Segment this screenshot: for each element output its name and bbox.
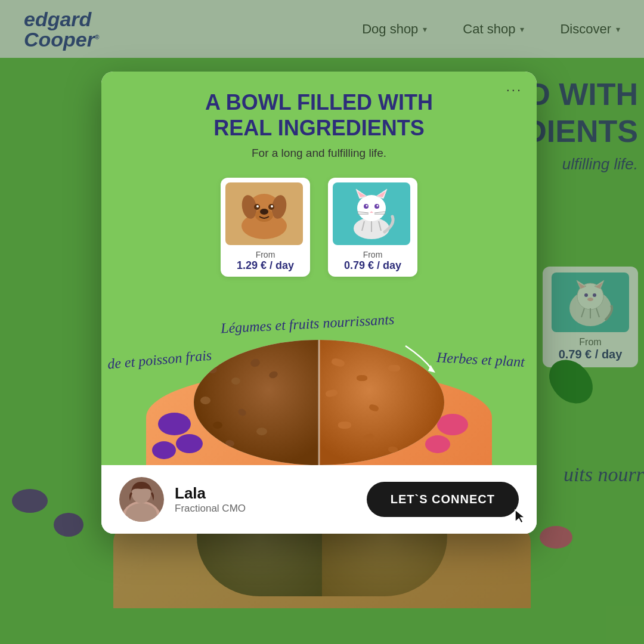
cat-card-from: From [333, 250, 413, 259]
svg-point-20 [256, 205, 259, 208]
svg-marker-45 [515, 510, 525, 523]
modal-subtitle: For a long and fulfilling life. [125, 147, 513, 160]
cursor-icon [514, 509, 530, 524]
svg-point-34 [377, 205, 379, 207]
cat-card[interactable]: From 0.79 € / day [328, 178, 417, 277]
profile-section: Lala Fractional CMO [119, 477, 246, 522]
modal: ··· A BOWL FILLED WITH REAL INGREDIENTS … [101, 72, 537, 534]
modal-title-line2: REAL INGREDIENTS [213, 116, 424, 140]
profile-name: Lala [175, 484, 246, 503]
dog-card-image [225, 182, 303, 245]
cat-card-image [333, 182, 410, 245]
modal-title-line1: A BOWL FILLED WITH [205, 90, 433, 114]
dog-card-price: 1.29 € / day [225, 259, 305, 272]
pet-cards-row: From 1.29 € / day [125, 178, 513, 277]
svg-point-26 [357, 195, 386, 221]
modal-green-area: ··· A BOWL FILLED WITH REAL INGREDIENTS … [101, 72, 537, 465]
avatar [119, 477, 164, 522]
dog-card-from: From [225, 250, 305, 259]
modal-options-button[interactable]: ··· [506, 82, 522, 98]
handwritten-right: Herbes et plant [436, 349, 525, 370]
modal-bottom-bar: Lala Fractional CMO LET`S CONNECT [101, 465, 537, 534]
profile-title: Fractional CMO [175, 503, 246, 515]
cat-card-price: 0.79 € / day [333, 259, 413, 272]
connect-button[interactable]: LET`S CONNECT [367, 482, 519, 517]
svg-point-21 [271, 205, 273, 208]
dog-card[interactable]: From 1.29 € / day [221, 178, 310, 277]
modal-title: A BOWL FILLED WITH REAL INGREDIENTS [125, 89, 513, 141]
profile-info: Lala Fractional CMO [175, 484, 246, 515]
handwritten-center: Légumes et fruits nourrissants [220, 311, 394, 336]
background-page: edgard Cooper® Dog shop ▾ Cat shop ▾ Dis… [0, 0, 644, 644]
svg-point-17 [260, 209, 268, 215]
svg-point-33 [366, 205, 368, 207]
